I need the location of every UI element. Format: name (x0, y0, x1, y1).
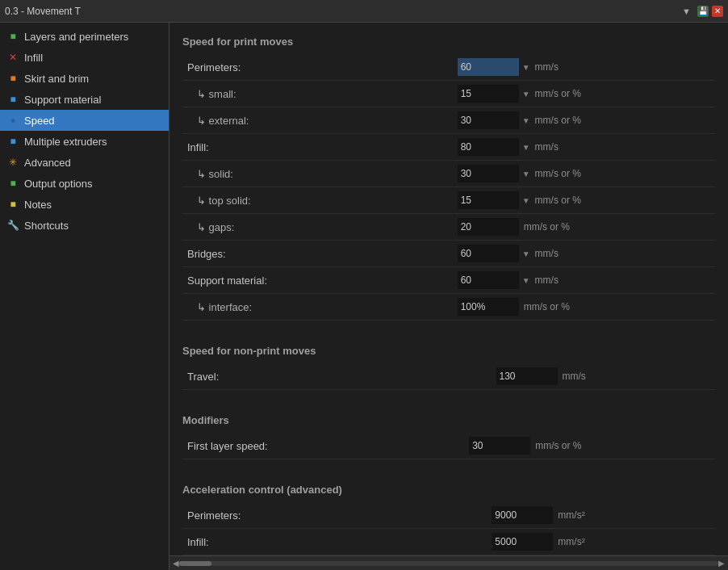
table-row: ↳ interface:mm/s or % (182, 294, 715, 321)
speed-icon: ● (6, 114, 19, 127)
scroll-left-arrow[interactable]: ◀ (173, 559, 179, 568)
window-title: 0.3 - Movement T (5, 6, 682, 17)
sidebar-item-advanced[interactable]: ✳Advanced (0, 152, 169, 173)
row-label-0-7: Bridges: (182, 241, 453, 267)
notes-label: Notes (24, 199, 52, 211)
sidebar-item-infill[interactable]: ✕Infill (0, 47, 169, 68)
support-material-icon: ■ (6, 93, 19, 106)
table-row: ↳ gaps:mm/s or % (182, 214, 715, 241)
scroll-right-arrow[interactable]: ▶ (718, 559, 725, 568)
table-row: Infill:mm/s² (182, 529, 715, 555)
advanced-label: Advanced (24, 157, 71, 169)
input-modifiers-0[interactable] (469, 437, 530, 455)
dropdown-arrow-title[interactable]: ▼ (682, 6, 691, 16)
unit-0-1: mm/s or % (535, 88, 581, 99)
row-label-0-2: ↳ external: (182, 107, 453, 134)
dropdown-arrow-0-8[interactable]: ▼ (522, 276, 530, 285)
row-label-0-9: ↳ interface: (182, 294, 453, 321)
unit-3-0: mm/s² (558, 509, 584, 521)
settings-table-speed-non-print-moves: Travel:mm/s (182, 363, 715, 390)
input-acceleration-control-0[interactable] (492, 506, 553, 524)
shortcuts-icon: 🔧 (6, 219, 19, 232)
sidebar-item-multiple-extruders[interactable]: ■Multiple extruders (0, 131, 169, 152)
unit-0-0: mm/s (535, 61, 559, 73)
input-speed-print-moves-4[interactable] (458, 165, 519, 182)
skirt-brim-icon: ■ (6, 72, 19, 85)
unit-0-7: mm/s (535, 248, 559, 259)
table-row: Travel:mm/s (182, 363, 715, 390)
multiple-extruders-icon: ■ (6, 135, 19, 148)
row-field-3-0: mm/s² (487, 502, 715, 529)
unit-0-9: mm/s or % (524, 301, 570, 312)
shortcuts-label: Shortcuts (24, 220, 69, 232)
table-row: Bridges:▼mm/s (182, 241, 715, 267)
content-area: Speed for print movesPerimeters:▼mm/s↳ s… (169, 23, 728, 555)
sidebar: ■Layers and perimeters✕Infill■Skirt and … (0, 23, 169, 570)
row-field-0-2: ▼mm/s or % (453, 107, 715, 134)
unit-0-4: mm/s or % (535, 168, 581, 179)
row-field-2-0: mm/s or % (464, 433, 715, 459)
row-field-0-8: ▼mm/s (453, 267, 715, 294)
infill-label: Infill (24, 52, 43, 64)
table-row: Infill:▼mm/s (182, 134, 715, 161)
advanced-icon: ✳ (6, 156, 19, 169)
save-button[interactable]: 💾 (697, 6, 709, 17)
input-speed-print-moves-5[interactable] (458, 191, 519, 209)
input-speed-non-print-moves-0[interactable] (496, 367, 558, 385)
table-row: Perimeters:▼mm/s (182, 54, 715, 81)
dropdown-arrow-0-4[interactable]: ▼ (522, 170, 530, 178)
scrollbar-thumb[interactable] (179, 561, 211, 566)
table-row: ↳ external:▼mm/s or % (182, 107, 715, 134)
input-speed-print-moves-6[interactable] (458, 218, 519, 236)
settings-table-acceleration-control: Perimeters:mm/s²Infill:mm/s²Bridge:mm/s²… (182, 502, 715, 555)
dropdown-arrow-0-7[interactable]: ▼ (522, 249, 530, 258)
input-speed-print-moves-9[interactable] (458, 298, 519, 316)
scrollbar[interactable]: ◀ ▶ (169, 555, 728, 570)
notes-icon: ■ (6, 198, 19, 211)
infill-icon: ✕ (6, 51, 19, 64)
unit-0-6: mm/s or % (524, 221, 570, 233)
sidebar-item-skirt-brim[interactable]: ■Skirt and brim (0, 68, 169, 89)
scrollbar-track[interactable] (179, 561, 718, 566)
table-row: ↳ solid:▼mm/s or % (182, 161, 715, 187)
row-field-0-9: mm/s or % (453, 294, 715, 321)
row-label-0-1: ↳ small: (182, 81, 453, 107)
row-label-1-0: Travel: (182, 363, 492, 390)
title-bar: 0.3 - Movement T ▼ 💾 ✕ (0, 0, 728, 23)
unit-0-8: mm/s (535, 275, 559, 286)
input-speed-print-moves-1[interactable] (458, 85, 519, 103)
support-material-label: Support material (24, 94, 101, 106)
section-title-acceleration-control: Acceleration control (advanced) (182, 479, 715, 496)
dropdown-arrow-0-3[interactable]: ▼ (522, 143, 530, 152)
table-row: Perimeters:mm/s² (182, 502, 715, 529)
sidebar-item-output-options[interactable]: ■Output options (0, 173, 169, 194)
sidebar-item-support-material[interactable]: ■Support material (0, 89, 169, 110)
input-speed-print-moves-0[interactable] (458, 58, 519, 76)
dropdown-arrow-0-0[interactable]: ▼ (522, 63, 530, 72)
sidebar-item-shortcuts[interactable]: 🔧Shortcuts (0, 215, 169, 236)
sidebar-item-layers-perimeters[interactable]: ■Layers and perimeters (0, 26, 169, 47)
close-button[interactable]: ✕ (712, 6, 723, 17)
input-acceleration-control-1[interactable] (492, 533, 553, 551)
input-speed-print-moves-7[interactable] (458, 245, 519, 262)
input-speed-print-moves-2[interactable] (458, 111, 519, 129)
unit-0-2: mm/s or % (535, 115, 581, 126)
dropdown-arrow-0-2[interactable]: ▼ (522, 116, 530, 125)
row-field-0-5: ▼mm/s or % (453, 187, 715, 214)
table-row: ↳ top solid:▼mm/s or % (182, 187, 715, 214)
input-speed-print-moves-8[interactable] (458, 271, 519, 289)
sidebar-item-speed[interactable]: ●Speed (0, 110, 169, 131)
table-row: First layer speed:mm/s or % (182, 433, 715, 459)
unit-3-1: mm/s² (558, 536, 584, 547)
dropdown-arrow-0-5[interactable]: ▼ (522, 196, 530, 205)
layers-perimeters-label: Layers and perimeters (24, 31, 128, 43)
speed-label: Speed (24, 115, 55, 127)
main-layout: ■Layers and perimeters✕Infill■Skirt and … (0, 23, 728, 570)
row-label-0-4: ↳ solid: (182, 161, 453, 187)
row-field-1-0: mm/s (492, 363, 716, 390)
section-title-speed-non-print-moves: Speed for non-print moves (182, 340, 715, 357)
row-label-0-5: ↳ top solid: (182, 187, 453, 214)
sidebar-item-notes[interactable]: ■Notes (0, 194, 169, 215)
dropdown-arrow-0-1[interactable]: ▼ (522, 90, 530, 98)
input-speed-print-moves-3[interactable] (458, 138, 519, 156)
